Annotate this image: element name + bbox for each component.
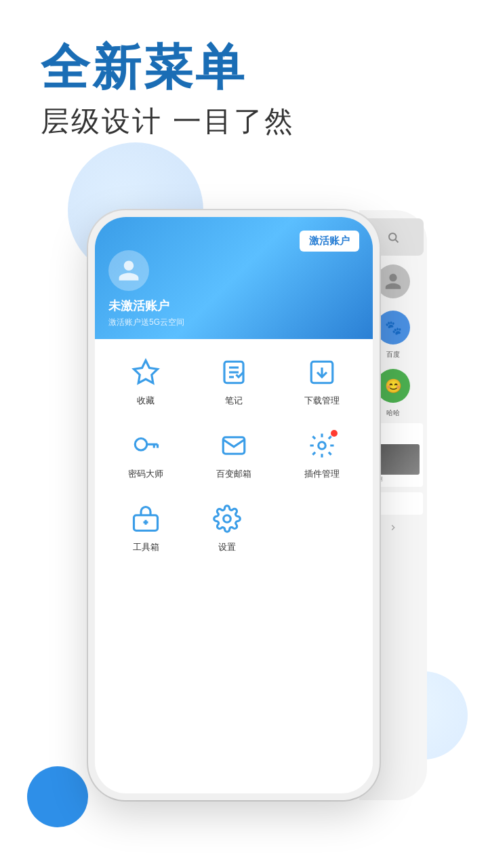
haha-label: 哈哈 [386, 408, 400, 418]
menu-item-mail[interactable]: 百变邮箱 [203, 419, 264, 487]
menu-row-1: 收藏 笔记 [102, 346, 366, 414]
phone-inner: 激活账户 未激活账户 激活账户送5G云空间 [95, 217, 373, 793]
menu-item-notes[interactable]: 笔记 [203, 346, 264, 414]
favorites-label: 收藏 [137, 395, 155, 407]
settings-icon [213, 505, 241, 533]
note-icon [220, 358, 248, 387]
phone-outer: 激活账户 未激活账户 激活账户送5G云空间 [88, 210, 380, 800]
toolbox-label: 工具箱 [133, 541, 159, 553]
password-label: 密码大师 [128, 468, 163, 480]
menu-spacer [102, 566, 366, 701]
user-desc: 激活账户送5G云空间 [108, 317, 359, 328]
notes-label: 笔记 [225, 395, 243, 407]
settings-icon-wrap [210, 502, 244, 536]
menu-item-settings[interactable]: 设置 [197, 492, 258, 560]
menu-item-password[interactable]: 密码大师 [115, 419, 176, 487]
search-icon [387, 231, 399, 243]
menu-item-plugins[interactable]: 插件管理 [291, 419, 352, 487]
svg-point-14 [319, 442, 326, 450]
activate-button[interactable]: 激活账户 [300, 231, 359, 252]
phone-mockup: 激活账户 未激活账户 激活账户送5G云空间 [88, 210, 380, 800]
downloads-label: 下载管理 [304, 395, 340, 407]
menu-grid: 收藏 笔记 [95, 339, 373, 708]
header-title: 全新菜单 [41, 41, 295, 94]
sidebar-avatar [376, 264, 410, 298]
svg-line-1 [395, 239, 398, 242]
menu-row-2: 密码大师 百变邮箱 [102, 419, 366, 487]
menu-item-downloads[interactable]: 下载管理 [291, 346, 352, 414]
chevron-icon [388, 523, 398, 532]
menu-item-favorites[interactable]: 收藏 [115, 346, 176, 414]
mail-icon-wrap [217, 429, 251, 462]
avatar-circle [108, 250, 149, 291]
menu-header: 激活账户 未激活账户 激活账户送5G云空间 [95, 217, 373, 339]
baidu-icon[interactable]: 🐾 [376, 311, 410, 344]
downloads-icon-wrap [305, 355, 339, 389]
svg-point-0 [389, 233, 396, 241]
haha-icon[interactable]: 😊 [376, 369, 410, 403]
header-subtitle: 层级设计 一目了然 [41, 102, 295, 140]
password-icon-wrap [129, 429, 163, 462]
notes-icon-wrap [217, 355, 251, 389]
svg-point-9 [135, 439, 147, 451]
key-icon [131, 431, 160, 460]
svg-point-18 [224, 515, 231, 523]
user-name: 未激活账户 [108, 298, 359, 314]
favorites-icon-wrap [129, 355, 163, 389]
toolbox-icon-wrap [129, 502, 163, 536]
menu-row-3: 工具箱 设置 [102, 492, 366, 560]
svg-marker-2 [134, 361, 158, 383]
header-section: 全新菜单 层级设计 一目了然 [41, 41, 295, 140]
user-icon [384, 272, 403, 291]
toolbox-icon [131, 505, 160, 533]
mail-icon [220, 431, 248, 460]
mail-label: 百变邮箱 [216, 468, 251, 480]
deco-circle-bottom-left [27, 766, 88, 827]
menu-item-toolbox[interactable]: 工具箱 [115, 492, 176, 560]
plugins-icon-wrap [305, 429, 339, 462]
badge-dot [331, 430, 338, 437]
plugins-label: 插件管理 [304, 468, 340, 480]
star-icon [131, 358, 160, 387]
settings-label: 设置 [218, 541, 236, 553]
baidu-label: 百度 [386, 350, 400, 359]
avatar-icon [117, 258, 141, 283]
download-icon [308, 358, 336, 387]
